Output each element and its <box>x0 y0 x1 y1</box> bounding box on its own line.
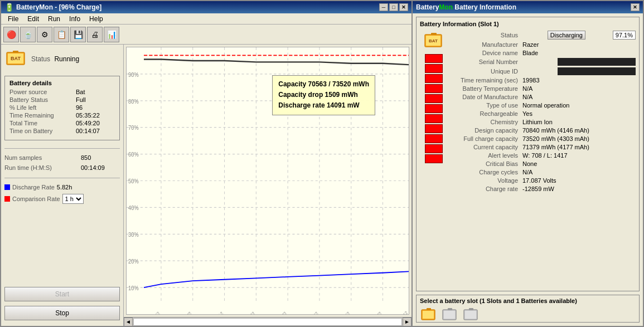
info-critical-label: Critical Bias <box>450 160 522 167</box>
comparison-rate-label: Comparison Rate <box>12 196 62 202</box>
comparison-rate-row: Comparison Rate 1 h 2 h 4 h <box>4 194 120 204</box>
chart-tooltip: Capacity 70563 / 73520 mWh Capacity drop… <box>272 75 375 115</box>
titlebar: 🔋 BatteryMon - [96% Charge] ─ □ ✕ <box>1 1 411 13</box>
slot-icon-1[interactable] <box>420 306 438 324</box>
info-chemistry-row: Chemistry Lithium Ion <box>450 119 636 125</box>
battery-bar-10 <box>425 144 443 153</box>
svg-text:BAT: BAT <box>11 56 21 61</box>
uid-redacted <box>558 67 636 75</box>
app-icon: 🔋 <box>4 3 14 12</box>
scroll-left-button[interactable]: ◄ <box>124 318 133 326</box>
scroll-track[interactable] <box>133 318 402 326</box>
slot-icon-2[interactable] <box>441 306 459 324</box>
battery-bar-8 <box>425 124 443 133</box>
left-panel: 🔋 BatteryMon - [96% Charge] ─ □ ✕ File E… <box>0 0 413 327</box>
info-temp-value: N/A <box>522 85 636 92</box>
maximize-button[interactable]: □ <box>389 3 398 11</box>
status-row: BAT Status Running <box>4 48 120 70</box>
info-charge-rate-value: -12859 mW <box>522 186 636 192</box>
total-time-value: 05:49:20 <box>76 120 115 126</box>
info-design-capacity-value: 70840 mWh (4146 mAh) <box>522 127 636 134</box>
status-label: Status <box>31 55 52 63</box>
svg-text:90%: 90% <box>128 71 139 78</box>
svg-rect-52 <box>465 311 476 319</box>
info-status-row: Status Discharging 97.1% <box>450 31 636 40</box>
menu-info[interactable]: Info <box>65 14 85 24</box>
svg-text:BAT: BAT <box>429 38 438 43</box>
info-date-value: N/A <box>522 94 636 100</box>
minimize-button[interactable]: ─ <box>379 3 388 11</box>
info-device-row: Device name Blade <box>450 50 636 56</box>
comparison-color-box <box>4 196 10 202</box>
pct-box: 97.1% <box>613 31 636 40</box>
title-mon: Mon <box>439 3 453 11</box>
total-time-label: Total Time <box>9 120 40 126</box>
info-current-capacity-label: Current capacity <box>450 144 522 150</box>
start-button[interactable]: Start <box>4 287 120 301</box>
time-on-battery-row: Time on Battery 00:14:07 <box>9 128 115 134</box>
discharge-color-box <box>4 184 10 190</box>
serial-redacted <box>558 58 636 66</box>
menu-run[interactable]: Run <box>43 14 65 24</box>
toolbar-btn-3[interactable]: ⚙ <box>37 27 52 42</box>
toolbar-btn-6[interactable]: 🖨 <box>87 27 103 42</box>
battery-status-label: Battery Status <box>9 96 50 103</box>
comparison-rate-select[interactable]: 1 h 2 h 4 h <box>62 194 84 204</box>
num-samples-row: Num samples 850 <box>4 154 120 161</box>
chart-wrapper: 90% 80% 70% 60% 50% 40% 30% 20% 10% 16:0… <box>124 45 411 326</box>
battery-bar-5 <box>425 94 443 103</box>
battery-info-group: Battery Information (Slot 1) BAT <box>416 17 640 291</box>
toolbar-btn-7[interactable]: 📊 <box>104 27 119 42</box>
toolbar-btn-4[interactable]: 📋 <box>54 27 69 42</box>
battery-bar-4 <box>425 84 443 93</box>
menu-edit[interactable]: Edit <box>23 14 43 24</box>
info-manufacturer-row: Manufacturer Razer <box>450 41 636 48</box>
info-current-capacity-value: 71379 mWh (4177 mAh) <box>522 144 636 150</box>
slot-icon-3[interactable] <box>462 306 480 324</box>
battery-bar-9 <box>425 134 443 143</box>
info-rechargeable-row: Rechargeable Yes <box>450 110 636 117</box>
slot-section: Select a battery slot (1 Slots and 1 Bat… <box>416 295 640 323</box>
svg-rect-46 <box>423 311 434 319</box>
info-chemistry-label: Chemistry <box>450 119 522 125</box>
info-alert-row: Alert levels W: 708 / L: 1417 <box>450 152 636 159</box>
right-title: BatteryMon Battery Information <box>416 3 631 11</box>
svg-rect-49 <box>444 311 455 319</box>
run-time-row: Run time (H:M:S) 00:14:09 <box>4 164 120 171</box>
svg-text:20%: 20% <box>128 258 139 265</box>
info-full-charge-row: Full charge capacity 73520 mWh (4303 mAh… <box>450 135 636 142</box>
info-fields: Status Discharging 97.1% Manufacturer Ra… <box>450 31 636 194</box>
svg-rect-48 <box>448 308 452 310</box>
svg-rect-1 <box>13 51 18 53</box>
num-samples-label: Num samples <box>4 154 44 161</box>
scroll-right-button[interactable]: ► <box>403 318 411 326</box>
discharge-rate-label: Discharge Rate <box>12 184 57 191</box>
close-button[interactable]: ✕ <box>399 3 408 11</box>
divider-1 <box>4 148 120 149</box>
info-status-label: Status <box>450 32 522 38</box>
info-uid-row: Unique ID <box>450 67 636 75</box>
info-date-row: Date of Manufacture N/A <box>450 94 636 100</box>
toolbar-btn-2[interactable]: 🍵 <box>20 27 36 42</box>
svg-rect-45 <box>427 308 431 310</box>
menu-file[interactable]: File <box>3 14 23 24</box>
life-left-label: % Life left <box>9 104 38 111</box>
info-alert-label: Alert levels <box>450 152 522 159</box>
sidebar: BAT Status Running Battery details Power… <box>1 45 124 326</box>
info-temp-row: Battery Temperature N/A <box>450 85 636 92</box>
info-uid-label: Unique ID <box>450 68 522 75</box>
info-time-remaining-label: Time remaining (sec) <box>450 77 522 84</box>
right-titlebar: BatteryMon Battery Information ✕ <box>413 1 643 13</box>
info-design-capacity-label: Design capacity <box>450 127 522 134</box>
toolbar-btn-5[interactable]: 💾 <box>70 27 86 42</box>
title-rest: Battery Information <box>453 3 516 11</box>
life-left-row: % Life left 96 <box>9 104 115 111</box>
stop-button[interactable]: Stop <box>4 306 120 320</box>
toolbar-btn-1[interactable]: 🔴 <box>3 27 19 42</box>
right-close-button[interactable]: ✕ <box>631 3 640 11</box>
battery-bar-11 <box>425 154 443 163</box>
svg-rect-51 <box>469 308 473 310</box>
time-remaining-value: 05:35:22 <box>76 112 115 119</box>
chart-area[interactable]: 90% 80% 70% 60% 50% 40% 30% 20% 10% 16:0… <box>126 47 409 315</box>
menu-help[interactable]: Help <box>85 14 108 24</box>
